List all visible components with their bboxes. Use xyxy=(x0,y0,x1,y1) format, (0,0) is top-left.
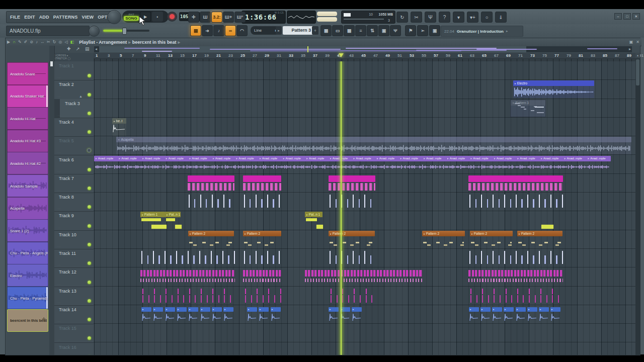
clip-header[interactable]: ▸ xyxy=(177,307,187,312)
track-enable-led[interactable] xyxy=(87,148,91,152)
track-options[interactable]: ... xyxy=(57,226,61,229)
typing-keyboard-button[interactable]: ◠ xyxy=(236,25,248,36)
plugin-database-button[interactable]: ▣ xyxy=(378,25,389,36)
channel-rack-button[interactable]: ▩ xyxy=(344,25,355,36)
picker-clip[interactable]: Anadolu Hi Hat xyxy=(7,107,48,130)
track-header[interactable]: Track 5... xyxy=(54,136,94,155)
track-options[interactable]: ... xyxy=(57,282,61,285)
clip-header[interactable]: ✕Acapella xyxy=(116,137,631,142)
track-enable-led[interactable] xyxy=(88,336,91,340)
clip-lines[interactable] xyxy=(243,249,281,267)
audio-clip-kick[interactable]: ▸ xyxy=(550,307,561,323)
track-header[interactable]: Track 10... xyxy=(54,230,94,249)
audio-clip-kick[interactable]: ▸ xyxy=(527,307,538,323)
slice-icon[interactable]: ✂ xyxy=(47,39,50,46)
clip-p2[interactable]: ▸Pattern 2 xyxy=(470,231,513,248)
clip-dense[interactable] xyxy=(305,268,422,286)
clip-small-audio[interactable]: ▸be..t xyxy=(112,118,126,136)
clip-header[interactable]: ▸ xyxy=(550,307,560,312)
track-name[interactable]: Track 12 xyxy=(59,269,76,275)
clip-dense[interactable] xyxy=(243,268,282,286)
clip-header[interactable]: ▸ xyxy=(223,307,233,312)
maximize-button[interactable]: □ xyxy=(623,13,631,20)
clip-header[interactable]: ▸Anad..mple xyxy=(516,156,541,161)
pattern-clip-bar[interactable] xyxy=(243,175,281,182)
playlist-focus-button[interactable]: ▤ xyxy=(190,25,201,36)
picker-clip[interactable]: Anadolu Sample xyxy=(7,174,48,197)
clip-muted-audio[interactable]: ✕Acapella xyxy=(116,137,631,154)
track-enable-led[interactable] xyxy=(88,112,91,115)
menu-edit[interactable]: EDIT xyxy=(24,15,35,20)
track-header[interactable]: Track 8... xyxy=(54,193,94,212)
track-enable-led[interactable] xyxy=(88,74,91,77)
group-collapse-icon[interactable]: ▲ xyxy=(79,95,83,98)
clip-header[interactable]: ▸ xyxy=(539,307,549,312)
audio-clip-kick[interactable]: ▸ xyxy=(247,307,258,323)
browser-button[interactable]: ⇅ xyxy=(367,25,378,36)
track-enable-led[interactable] xyxy=(88,299,91,303)
clip-header[interactable]: ▸ xyxy=(188,307,198,312)
grid-tool-icon[interactable]: ▤ xyxy=(85,46,90,51)
picker-clip[interactable]: Electro xyxy=(7,264,48,287)
audio-clip-kick[interactable]: ▸ xyxy=(516,307,526,323)
picker-clip[interactable]: Acapella xyxy=(7,197,48,220)
track-name[interactable]: Track 3 xyxy=(65,101,80,106)
pattern-note-bar[interactable] xyxy=(175,225,182,229)
stretch-tool-icon[interactable]: ↗ xyxy=(76,46,80,51)
clip-header[interactable]: ▸Anad..mple xyxy=(118,156,142,161)
clip-dense[interactable] xyxy=(140,268,235,286)
clip-header[interactable]: ▸ xyxy=(247,307,257,312)
clip-p2[interactable]: ▸Pattern 2 xyxy=(517,231,562,248)
slip-icon[interactable]: ↔ xyxy=(40,39,44,46)
clip-lines[interactable] xyxy=(468,249,563,267)
track-options[interactable]: ... xyxy=(57,169,61,172)
clip-header[interactable]: ▸ xyxy=(504,307,514,312)
clip-header[interactable]: ▸Pattern 2 xyxy=(188,231,234,236)
song-label[interactable]: SONG xyxy=(124,16,139,21)
clip-header[interactable]: ▸Pattern 2 xyxy=(422,231,465,236)
shop-button[interactable]: ▣ xyxy=(429,25,440,36)
track-options[interactable]: ... xyxy=(57,95,61,98)
track-header[interactable]: Track 6... xyxy=(54,155,94,174)
pattern-note-bar[interactable] xyxy=(316,225,323,229)
clip-audio-repeat[interactable]: ▸Anad..mple▸Anad..mple▸Anad..mple▸Anad..… xyxy=(94,156,610,173)
track-header[interactable]: Track 11... xyxy=(54,249,94,268)
pattern-prev-button[interactable]: ▸ xyxy=(276,26,282,35)
clip-lines[interactable] xyxy=(188,193,234,211)
audio-clip-kick[interactable]: ▸ xyxy=(329,307,339,323)
audio-clip-kick[interactable]: ▸ xyxy=(177,307,187,323)
save-button[interactable]: ▾ xyxy=(453,12,464,23)
clip-pink[interactable] xyxy=(468,174,563,192)
track-name[interactable]: Track 14 xyxy=(59,307,76,312)
loop-record-button[interactable]: Ш° xyxy=(234,12,246,23)
stop-button[interactable]: ▪ xyxy=(152,12,163,22)
clip-header[interactable]: ▸Pat..n 1 xyxy=(165,212,181,217)
clip-p2[interactable]: ▸Pattern 2 xyxy=(329,231,375,248)
clip-header[interactable]: ▸ xyxy=(259,307,269,312)
picker-clip[interactable]: Chu - Pieta - Angels (Kick) xyxy=(7,242,48,264)
typing-to-piano-button[interactable]: 3.2: xyxy=(211,12,222,23)
clip-header[interactable]: ▸Pat..n 1 xyxy=(305,212,323,217)
track-name[interactable]: Track 13 xyxy=(59,289,76,294)
detach-icon[interactable]: ▣ xyxy=(629,39,633,46)
audio-clip-kick[interactable]: ▸ xyxy=(271,307,281,323)
audio-clip-kick[interactable]: ▸ xyxy=(223,307,234,323)
track-name[interactable]: Track 1 xyxy=(59,63,74,68)
scroll-up-icon[interactable]: ▴ xyxy=(635,53,640,58)
clip-lines[interactable] xyxy=(140,249,235,267)
clip-header[interactable]: ▸ xyxy=(271,307,281,312)
track-enable-led[interactable] xyxy=(88,187,91,190)
track-header[interactable]: Track 2... xyxy=(54,80,94,99)
clip-header[interactable]: ▸Anad..mple xyxy=(165,156,189,161)
track-enable-led[interactable] xyxy=(88,243,91,246)
paint-icon[interactable]: ✐ xyxy=(24,39,28,46)
track-header[interactable]: Track 12... xyxy=(54,267,94,287)
track-header[interactable]: Track 4... xyxy=(54,118,94,137)
clip-dense[interactable] xyxy=(468,268,563,286)
track-name[interactable]: Track 7 xyxy=(59,176,74,181)
track-header[interactable]: Track 9... xyxy=(54,211,94,230)
track-options[interactable]: ... xyxy=(57,207,61,210)
scroll-right-icon[interactable]: ▸ xyxy=(629,47,631,51)
playhead-marker-icon[interactable] xyxy=(339,53,344,57)
track-options[interactable]: ... xyxy=(57,263,61,266)
